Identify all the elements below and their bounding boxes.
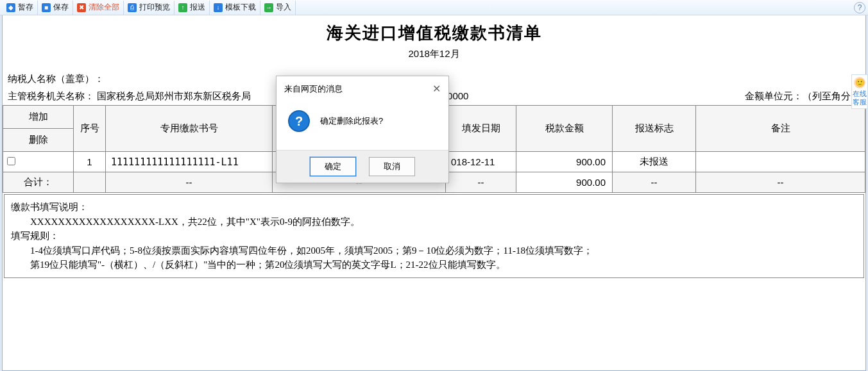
authority-value: 国家税务总局郑州市郑东新区税务局 [97, 90, 251, 101]
dialog-ok-button[interactable]: 确定 [310, 157, 356, 176]
delete-row-button[interactable]: 删除 [3, 129, 73, 151]
explain-heading: 缴款书填写说明： [11, 200, 857, 215]
col-remark: 备注 [696, 106, 865, 152]
total-dash-3: -- [446, 172, 516, 193]
save-button[interactable]: ■ 保存 [38, 1, 73, 15]
print-icon: ⎙ [128, 3, 137, 12]
temp-save-label: 暂存 [18, 2, 33, 13]
clear-all-button[interactable]: ✖ 清除全部 [73, 1, 124, 15]
explain-rule2: 第19位只能填写"-（横杠）、/（反斜杠）"当中的一种；第20位须填写大写的英文… [11, 258, 857, 272]
col-tax-amount: 税款金额 [516, 106, 613, 152]
import-icon: → [264, 3, 273, 12]
online-support-button[interactable]: 🙂 在线 客服 [851, 74, 868, 109]
submit-label: 报送 [190, 2, 205, 13]
explain-rule-heading: 填写规则： [11, 229, 857, 243]
dialog-title: 来自网页的消息 [284, 83, 343, 95]
cell-tax-amount[interactable]: 900.00 [516, 152, 613, 172]
cell-fill-date[interactable]: 018-12-11 [446, 152, 516, 172]
cell-remark[interactable] [696, 152, 865, 172]
cell-submit-flag: 未报送 [613, 152, 696, 172]
dialog-close-button[interactable]: ✕ [432, 83, 441, 95]
print-preview-label: 打印预览 [139, 2, 170, 13]
template-download-button[interactable]: ↓ 模板下载 [210, 1, 260, 15]
unit-label: 金额单位元：（列至角分） [745, 90, 860, 103]
total-dash-4: -- [613, 172, 696, 193]
submit-button[interactable]: ↑ 报送 [174, 1, 210, 15]
add-row-button[interactable]: 增加 [3, 106, 73, 129]
save-icon: ◆ [6, 3, 15, 12]
total-dash-5: -- [696, 172, 865, 193]
clear-icon: ✖ [77, 3, 86, 12]
col-submit-flag: 报送标志 [613, 106, 696, 152]
explain-rule1: 1-4位须填写口岸代码；5-8位须按票面实际内容填写四位年份，如2005年，须填… [11, 243, 857, 258]
download-icon: ↓ [214, 3, 223, 12]
disk-icon: ■ [42, 3, 51, 12]
template-download-label: 模板下载 [225, 2, 256, 13]
page-period: 2018年12月 [3, 48, 865, 70]
clear-all-label: 清除全部 [89, 2, 119, 13]
print-preview-button[interactable]: ⎙ 打印预览 [124, 1, 174, 15]
cell-cert-no[interactable]: 111111111111111111-L11 [106, 152, 273, 172]
page-body: 海关进口增值税缴款书清单 2018年12月 纳税人名称（盖章）： 主管税务机关名… [2, 15, 866, 371]
import-label: 导入 [276, 2, 291, 13]
dialog-cancel-button[interactable]: 取消 [369, 157, 415, 176]
col-seq: 序号 [74, 106, 106, 152]
row-checkbox[interactable] [7, 157, 15, 165]
col-fill-date: 填发日期 [446, 106, 516, 152]
toolbar: ◆ 暂存 ■ 保存 ✖ 清除全部 ⎙ 打印预览 ↑ 报送 ↓ 模板下载 → 导入… [0, 0, 868, 15]
cell-seq: 1 [74, 152, 106, 172]
support-line1: 在线 [852, 90, 867, 98]
confirm-dialog: 来自网页的消息 ✕ ? 确定删除此报表? 确定 取消 [276, 76, 449, 183]
question-icon: ? [288, 110, 310, 132]
support-avatar-icon: 🙂 [854, 77, 865, 88]
explain-box: 缴款书填写说明： XXXXXXXXXXXXXXXXXX-LXX，共22位，其中"… [4, 194, 864, 278]
total-dash-1: -- [106, 172, 273, 193]
help-button[interactable]: ? [854, 2, 865, 13]
temp-save-button[interactable]: ◆ 暂存 [3, 1, 38, 15]
authority-label: 主管税务机关名称： [8, 90, 94, 101]
dialog-message: 确定删除此报表? [320, 115, 383, 127]
page-title: 海关进口增值税缴款书清单 [3, 15, 865, 48]
total-label: 合计： [3, 172, 74, 193]
total-tax-amount: 900.00 [516, 172, 613, 193]
support-line2: 客服 [852, 98, 867, 106]
save-label: 保存 [53, 2, 69, 13]
taxpayer-label: 纳税人名称（盖章）： [8, 73, 104, 84]
explain-line1: XXXXXXXXXXXXXXXXXX-LXX，共22位，其中"X"表示0-9的阿… [11, 215, 857, 229]
upload-icon: ↑ [178, 3, 187, 12]
col-cert-no: 专用缴款书号 [106, 106, 273, 152]
import-button[interactable]: → 导入 [260, 1, 296, 15]
